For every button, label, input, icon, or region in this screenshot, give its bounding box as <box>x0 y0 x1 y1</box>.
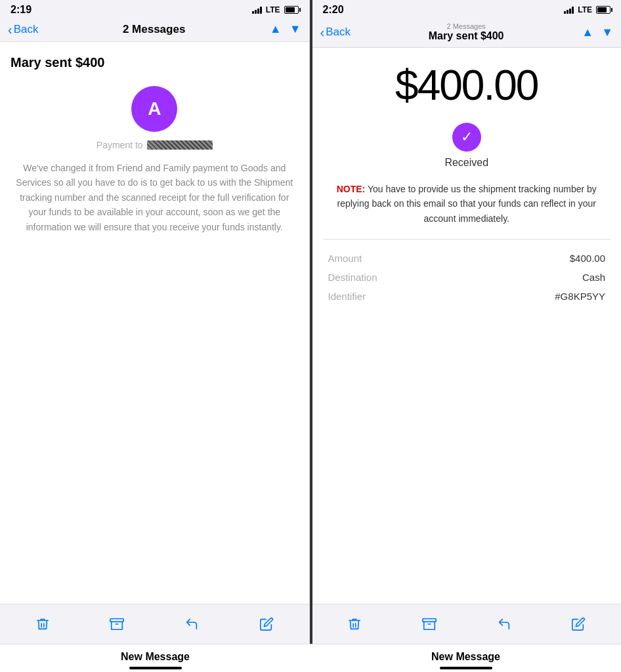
right-content: $400.00 ✓ Received NOTE: You have to pro… <box>312 48 622 604</box>
left-redacted-name <box>147 140 213 150</box>
right-destination-row: Destination Cash <box>328 272 606 283</box>
right-lte-label: LTE <box>578 5 592 14</box>
left-payment-to: Payment to <box>96 140 213 150</box>
right-back-label: Back <box>326 26 351 39</box>
left-up-arrow[interactable]: ▲ <box>270 22 282 36</box>
right-new-message-button[interactable]: New Message <box>310 651 621 669</box>
svg-rect-0 <box>110 619 123 622</box>
right-amount-value: $400.00 <box>570 253 605 264</box>
left-signal-icon <box>252 6 262 14</box>
right-identifier-row: Identifier #G8KP5YY <box>328 291 606 302</box>
left-status-bar: 2:19 LTE <box>0 0 309 18</box>
right-nav-subtitle: 2 Messages <box>351 22 582 30</box>
left-back-label: Back <box>14 23 39 36</box>
right-amount-row: Amount $400.00 <box>328 253 606 264</box>
right-destination-label: Destination <box>328 272 377 283</box>
left-message-title: Mary sent $400 <box>11 55 299 70</box>
right-status-bar: 2:20 LTE <box>312 0 622 18</box>
right-time: 2:20 <box>323 4 344 16</box>
left-content: Mary sent $400 A Payment to We've change… <box>0 42 309 604</box>
right-nav-title: Mary sent $400 <box>351 30 582 42</box>
left-new-message-button[interactable]: New Message <box>0 651 310 669</box>
left-toolbar <box>0 604 309 644</box>
right-archive-icon[interactable] <box>418 612 441 636</box>
left-down-arrow[interactable]: ▼ <box>289 22 301 36</box>
right-identifier-label: Identifier <box>328 291 366 302</box>
right-down-arrow[interactable]: ▼ <box>601 26 613 39</box>
left-compose-icon[interactable] <box>255 612 278 636</box>
right-nav-bar: ‹ Back 2 Messages Mary sent $400 ▲ ▼ <box>312 18 622 48</box>
right-back-button[interactable]: ‹ Back <box>320 26 351 39</box>
right-status-icons: LTE <box>564 5 610 14</box>
right-trash-icon[interactable] <box>343 612 366 636</box>
left-battery-icon <box>284 6 299 14</box>
left-avatar: A <box>131 86 177 132</box>
right-reply-icon[interactable] <box>492 612 516 636</box>
right-back-chevron-icon: ‹ <box>320 26 325 39</box>
right-battery-icon <box>596 6 610 14</box>
right-detail-rows: Amount $400.00 Destination Cash Identifi… <box>323 253 611 302</box>
right-divider <box>323 239 611 240</box>
left-archive-icon[interactable] <box>105 612 129 636</box>
right-amount-large: $400.00 <box>323 61 611 110</box>
left-status-icons: LTE <box>252 5 299 14</box>
left-message-body: We've changed it from Friend and Family … <box>11 161 299 234</box>
left-avatar-section: A Payment to <box>11 86 299 150</box>
left-lte-label: LTE <box>266 5 280 14</box>
left-reply-icon[interactable] <box>180 612 203 636</box>
right-compose-icon[interactable] <box>567 612 590 636</box>
left-payment-to-text: Payment to <box>96 140 143 150</box>
right-toolbar <box>312 604 622 644</box>
left-nav-bar: ‹ Back 2 Messages ▲ ▼ <box>0 18 309 42</box>
right-amount-label: Amount <box>328 253 362 264</box>
right-nav-arrows: ▲ ▼ <box>582 26 613 39</box>
right-signal-icon <box>564 6 574 14</box>
right-checkmark-icon: ✓ <box>452 123 481 152</box>
left-time: 2:19 <box>11 4 32 16</box>
right-note-text: You have to provide us the shipment trac… <box>337 184 596 224</box>
left-screen: 2:19 LTE ‹ Back 2 Messages <box>0 0 310 644</box>
left-back-button[interactable]: ‹ Back <box>8 23 38 36</box>
right-up-arrow[interactable]: ▲ <box>582 26 593 39</box>
svg-rect-2 <box>423 619 436 622</box>
left-nav-title: 2 Messages <box>38 23 269 36</box>
right-screen: 2:20 LTE ‹ Back 2 Messages <box>312 0 622 644</box>
left-nav-arrows: ▲ ▼ <box>270 22 301 36</box>
left-back-chevron-icon: ‹ <box>8 23 12 36</box>
right-note-prefix: NOTE: <box>337 184 366 194</box>
right-note-box: NOTE: You have to provide us the shipmen… <box>323 182 611 226</box>
left-trash-icon[interactable] <box>31 612 54 636</box>
right-destination-value: Cash <box>582 272 605 283</box>
bottom-bar: New Message New Message <box>0 644 621 672</box>
right-received-label: Received <box>444 157 488 169</box>
right-nav-title-area: 2 Messages Mary sent $400 <box>351 22 582 42</box>
right-identifier-value: #G8KP5YY <box>555 291 605 302</box>
right-received-section: ✓ Received <box>323 123 611 169</box>
